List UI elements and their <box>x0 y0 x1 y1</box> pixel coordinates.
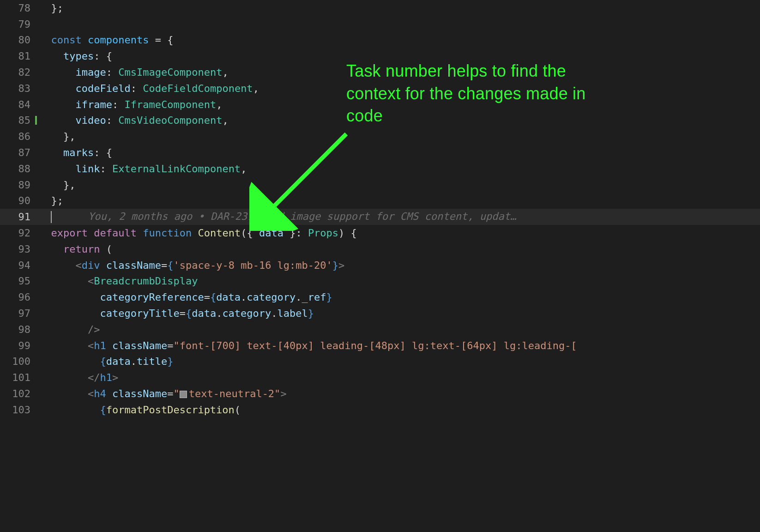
code-line[interactable]: 98 /> <box>0 321 760 338</box>
code-content[interactable]: }, <box>39 179 760 191</box>
code-content[interactable]: marks: { <box>39 147 760 158</box>
gitlens-blame: You, 2 months ago • DAR-237: add image s… <box>88 211 516 222</box>
code-content[interactable]: const components = { <box>39 34 760 46</box>
line-number: 99 <box>0 340 39 351</box>
code-line[interactable]: 103 {formatPostDescription( <box>0 402 760 418</box>
code-line[interactable]: 100 {data.title} <box>0 354 760 370</box>
line-number: 85 <box>0 115 39 126</box>
code-line[interactable]: 80 const components = { <box>0 32 760 48</box>
line-number: 96 <box>0 291 39 303</box>
line-number: 101 <box>0 372 39 383</box>
code-line[interactable]: 101 </h1> <box>0 369 760 386</box>
code-line[interactable]: 86 }, <box>0 128 760 145</box>
code-content[interactable]: categoryTitle={data.category.label} <box>39 308 760 319</box>
line-number: 95 <box>0 275 39 287</box>
code-content[interactable]: }, <box>39 131 760 142</box>
code-line[interactable]: 96 categoryReference={data.category._ref… <box>0 289 760 305</box>
code-line[interactable]: 88 link: ExternalLinkComponent, <box>0 161 760 177</box>
code-content[interactable]: export default function Content({ data }… <box>39 227 760 239</box>
code-line[interactable]: 92 export default function Content({ dat… <box>0 225 760 241</box>
code-line[interactable]: 87 marks: { <box>0 145 760 161</box>
line-number: 100 <box>0 356 39 367</box>
code-line[interactable]: 99 <h1 className="font-[700] text-[40px]… <box>0 338 760 354</box>
code-line[interactable]: 90 }; <box>0 193 760 209</box>
line-number: 81 <box>0 50 39 62</box>
line-number: 97 <box>0 308 39 319</box>
code-editor[interactable]: 78 };7980 const components = {81 types: … <box>0 0 760 532</box>
line-number: 98 <box>0 324 39 335</box>
code-line[interactable]: 102 <h4 className="text-neutral-2"> <box>0 386 760 402</box>
code-line[interactable]: 91 You, 2 months ago • DAR-237: add imag… <box>0 209 760 225</box>
line-number: 86 <box>0 131 39 142</box>
code-content[interactable]: You, 2 months ago • DAR-237: add image s… <box>39 211 760 223</box>
code-content[interactable]: <BreadcrumbDisplay <box>39 275 760 287</box>
line-number: 102 <box>0 388 39 399</box>
code-content[interactable]: return ( <box>39 243 760 255</box>
code-content[interactable]: <h1 className="font-[700] text-[40px] le… <box>39 340 760 351</box>
line-number: 87 <box>0 147 39 158</box>
line-number: 78 <box>0 2 39 14</box>
line-number: 84 <box>0 99 39 110</box>
code-line[interactable]: 97 categoryTitle={data.category.label} <box>0 305 760 321</box>
code-content[interactable]: categoryReference={data.category._ref} <box>39 291 760 303</box>
code-content[interactable]: }; <box>39 2 760 14</box>
code-line[interactable]: 93 return ( <box>0 241 760 257</box>
code-content[interactable]: </h1> <box>39 372 760 383</box>
line-number: 90 <box>0 195 39 206</box>
color-swatch-icon <box>180 391 187 398</box>
code-line[interactable]: 78 }; <box>0 0 760 16</box>
line-number: 82 <box>0 66 39 78</box>
line-number: 79 <box>0 18 39 30</box>
code-line[interactable]: 79 <box>0 16 760 32</box>
code-content[interactable]: }; <box>39 195 760 206</box>
code-line[interactable]: 94 <div className={'space-y-8 mb-16 lg:m… <box>0 257 760 273</box>
code-content[interactable]: <h4 className="text-neutral-2"> <box>39 388 760 399</box>
code-content[interactable]: /> <box>39 324 760 335</box>
line-number: 103 <box>0 404 39 416</box>
line-number: 94 <box>0 260 39 271</box>
line-number: 92 <box>0 227 39 239</box>
code-content[interactable]: link: ExternalLinkComponent, <box>39 163 760 175</box>
line-number: 80 <box>0 34 39 46</box>
line-number: 83 <box>0 83 39 94</box>
code-content[interactable]: <div className={'space-y-8 mb-16 lg:mb-2… <box>39 260 760 271</box>
annotation-text: Task number helps to find the context fo… <box>346 60 586 127</box>
line-number: 91 <box>0 211 39 223</box>
line-number: 88 <box>0 163 39 175</box>
code-line[interactable]: 95 <BreadcrumbDisplay <box>0 273 760 290</box>
code-line[interactable]: 89 }, <box>0 177 760 193</box>
line-number: 89 <box>0 179 39 191</box>
code-content[interactable]: {data.title} <box>39 356 760 367</box>
line-number: 93 <box>0 243 39 255</box>
code-content[interactable]: {formatPostDescription( <box>39 404 760 416</box>
